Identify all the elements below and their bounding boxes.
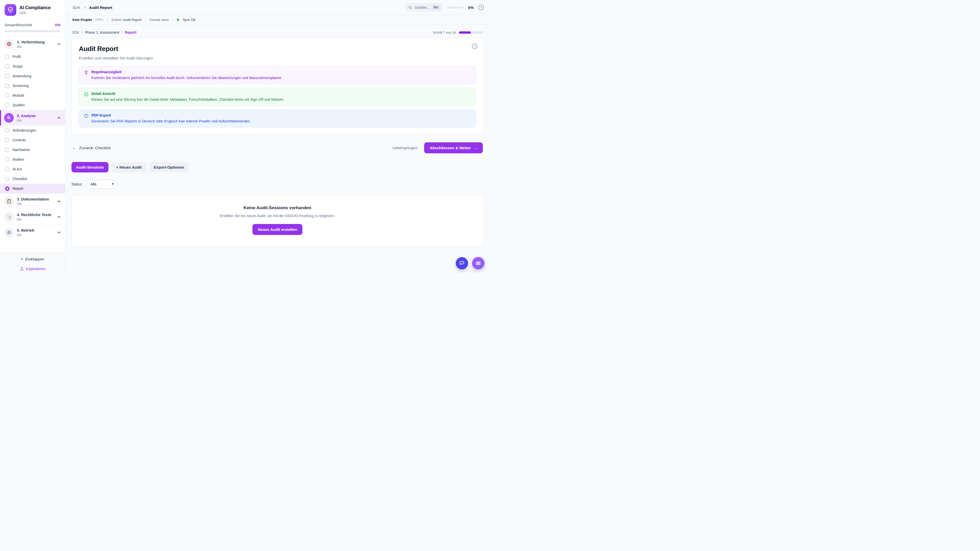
- last-label: Zuletzt:: [111, 18, 122, 22]
- main-area: SDK Audit Report Suchen... ⌘K 0% ? Kein …: [65, 0, 490, 275]
- phase-header-dokumentation[interactable]: 3. Dokumentation 0%: [0, 194, 65, 209]
- tip-text: Generieren Sie PDF-Reports in Deutsch od…: [91, 119, 251, 123]
- back-label: Zurueck: Checklist: [79, 146, 110, 150]
- tab-bar: Audit-Sessions + Neues Audit Export-Opti…: [72, 162, 484, 172]
- breadcrumb-phase[interactable]: Phase 1: Assessment: [85, 30, 119, 35]
- shield-check-icon: [7, 6, 14, 13]
- chevron-up-icon: [57, 116, 61, 120]
- tab-neues-audit[interactable]: + Neues Audit: [111, 162, 146, 172]
- phase-percent: 0%: [17, 202, 54, 206]
- chat-fab-button[interactable]: [456, 257, 468, 269]
- info-circle-icon: [84, 114, 89, 123]
- status-filter: Status: Alle ▼: [72, 179, 484, 189]
- search-shortcut-badge: ⌘K: [432, 5, 440, 10]
- app-logo: [5, 4, 16, 16]
- breadcrumb-sdk[interactable]: SDK: [72, 30, 80, 35]
- panels-fab-button[interactable]: [472, 257, 484, 269]
- sidebar-item-label: Nachweise: [13, 148, 30, 152]
- sidebar-item-label: AI Act: [13, 167, 22, 171]
- content: SDK / Phase 1: Assessment / Report Schri…: [65, 25, 490, 275]
- lightbulb-icon: [84, 70, 89, 80]
- radio-icon: [5, 55, 10, 59]
- status-filter-select[interactable]: Alle: [87, 179, 117, 189]
- tip-text: Klicken Sie auf eine Sitzung fuer die De…: [91, 97, 284, 102]
- sidebar-item-ai-act[interactable]: AI Act: [0, 164, 65, 174]
- sidebar-item-anwendung[interactable]: Anwendung: [0, 71, 65, 81]
- export-label: Exportieren: [26, 267, 46, 271]
- phase-header-betrieb[interactable]: 5. Betrieb 0%: [0, 225, 65, 240]
- radio-icon: [5, 177, 10, 181]
- breadcrumb-root[interactable]: SDK: [73, 5, 80, 10]
- empty-state-text: Erstellen Sie ein neues Audit, um mit de…: [77, 214, 478, 218]
- skip-button[interactable]: Ueberspringen: [392, 146, 417, 150]
- create-audit-button[interactable]: Neues Audit erstellen: [252, 224, 303, 235]
- sidebar-item-module[interactable]: Module: [0, 91, 65, 100]
- sidebar-item-profil[interactable]: Profil: [0, 52, 65, 62]
- overall-progress-bar: [5, 30, 60, 32]
- magnifier-icon: [4, 113, 14, 123]
- sidebar-item-label: Anwendung: [13, 74, 32, 78]
- sidebar-footer: « Einklappen Exportieren: [0, 252, 65, 275]
- finish-continue-button[interactable]: Abschliessen & Weiter →: [424, 142, 483, 153]
- floating-buttons: [456, 257, 484, 269]
- chevron-up-icon: [57, 42, 61, 46]
- sidebar-item-nachweise[interactable]: Nachweise: [0, 145, 65, 155]
- sidebar-item-label: Risiken: [13, 157, 24, 162]
- app-subtitle: SDK: [19, 11, 51, 15]
- tab-audit-sessions[interactable]: Audit-Sessions: [72, 162, 108, 172]
- sidebar-item-scope[interactable]: Scope: [0, 62, 65, 71]
- check-circle-icon: [84, 92, 89, 102]
- overall-progress: Gesamtfortschritt 0%: [0, 19, 65, 36]
- double-chevron-left-icon: «: [21, 256, 23, 262]
- sidebar: AI Compliance SDK Gesamtfortschritt 0% 1…: [0, 0, 65, 275]
- phase-betrieb: 5. Betrieb 0%: [0, 224, 65, 240]
- tip-detail-ansicht: Detail-Ansicht Klicken Sie auf eine Sitz…: [79, 88, 476, 106]
- sidebar-item-checklist[interactable]: Checklist: [0, 174, 65, 184]
- breadcrumb-report: Report: [125, 30, 136, 35]
- sidebar-item-report[interactable]: Report: [0, 184, 65, 193]
- phase-dokumentation: 3. Dokumentation 0%: [0, 193, 65, 209]
- last-value: Audit Report: [123, 18, 142, 22]
- phase-header-vorbereitung[interactable]: 1. Vorbereitung 0%: [0, 37, 65, 52]
- collapse-sidebar-button[interactable]: « Einklappen: [21, 256, 45, 262]
- tab-export-optionen[interactable]: Export-Optionen: [149, 162, 189, 172]
- upload-icon: [20, 267, 24, 271]
- back-button[interactable]: ← Zurueck: Checklist: [72, 145, 110, 151]
- sidebar-item-controls[interactable]: Controls: [0, 135, 65, 145]
- columns-icon: [476, 260, 481, 266]
- phase-percent: 0%: [17, 45, 54, 49]
- tip-title: Regelmaessigkeit: [91, 70, 282, 74]
- search-input[interactable]: Suchen... ⌘K: [405, 3, 442, 12]
- chevron-down-icon: [57, 215, 61, 219]
- radio-icon: [5, 167, 10, 171]
- sidebar-item-risiken[interactable]: Risiken: [0, 155, 65, 164]
- topbar-progress-bar: [447, 6, 463, 8]
- card-help-icon[interactable]: ?: [472, 43, 477, 49]
- app-header: AI Compliance SDK: [0, 0, 65, 19]
- phase-header-analyse[interactable]: 2. Analyse 0%: [0, 110, 65, 125]
- radio-icon: [5, 148, 10, 152]
- sidebar-item-label: Profil: [13, 55, 21, 59]
- sidebar-item-label: Quellen: [13, 103, 25, 107]
- app-title: AI Compliance: [19, 5, 51, 11]
- chevron-right-icon: [83, 6, 86, 9]
- radio-checked-icon: [5, 186, 10, 191]
- phase-title: 1. Vorbereitung: [17, 40, 45, 44]
- overall-progress-percent: 0%: [55, 23, 60, 27]
- export-button[interactable]: Exportieren: [0, 267, 65, 271]
- radio-icon: [5, 64, 10, 68]
- radio-icon: [5, 84, 10, 88]
- arrow-right-icon: →: [473, 146, 477, 150]
- sidebar-item-screening[interactable]: Screening: [0, 81, 65, 91]
- divider: |: [172, 18, 173, 22]
- phase-header-rechtliche-texte[interactable]: 4. Rechtliche Texte 0%: [0, 209, 65, 224]
- sync-status-dot: [177, 19, 179, 21]
- help-icon[interactable]: ?: [478, 5, 484, 10]
- project-name: Kein Projekt: [73, 18, 92, 22]
- step-progress: Schritt 7 von 14: [433, 30, 483, 35]
- topbar-breadcrumb: SDK Audit Report: [73, 5, 112, 10]
- radio-icon: [5, 138, 10, 142]
- phase-rechtliche-texte: 4. Rechtliche Texte 0%: [0, 209, 65, 224]
- sidebar-item-quellen[interactable]: Quellen: [0, 100, 65, 110]
- sidebar-item-anforderungen[interactable]: Anforderungen: [0, 125, 65, 135]
